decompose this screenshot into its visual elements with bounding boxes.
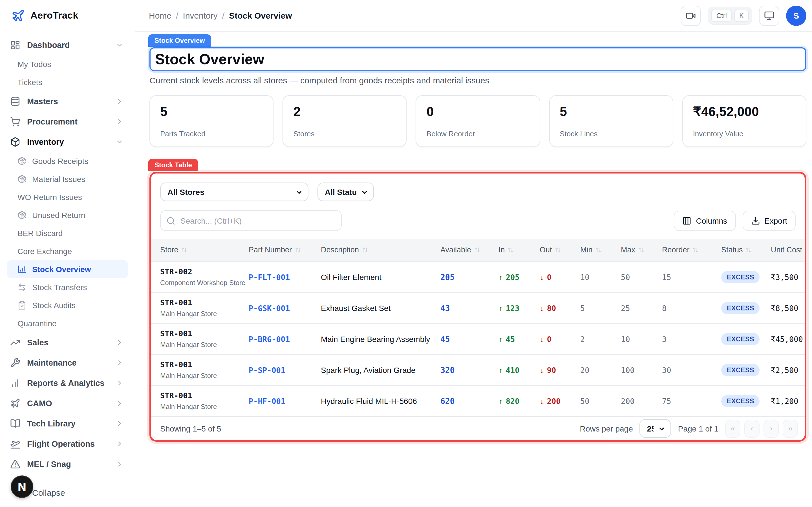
table-row: STR-001Main Hangar Store P-GSK-001 Exhau… <box>151 292 805 323</box>
unit-cost: ₹1,200 <box>771 397 799 406</box>
chevron-right-icon <box>116 379 123 387</box>
column-header-min[interactable]: Min <box>580 239 621 262</box>
sidebar-item-label: Tickets <box>17 78 123 87</box>
sort-icon <box>638 247 644 253</box>
screen-record-button[interactable] <box>681 5 701 25</box>
sidebar-item-label: Flight Operations <box>27 439 109 448</box>
status-filter-select[interactable]: All Statuses <box>317 182 374 201</box>
search-icon <box>166 216 175 225</box>
sidebar-item-sales[interactable]: Sales <box>7 332 128 353</box>
column-header-available[interactable]: Available <box>441 239 499 262</box>
column-header-out[interactable]: Out <box>540 239 580 262</box>
sidebar-item-camo[interactable]: CAMO <box>7 393 128 413</box>
sidebar-item-label: CAMO <box>27 399 109 408</box>
stat-label: Stock Lines <box>560 129 662 138</box>
column-header-store[interactable]: Store <box>151 239 249 262</box>
stat-value: 5 <box>560 104 662 119</box>
part-number-link[interactable]: P-BRG-001 <box>249 334 290 343</box>
display-mode-button[interactable] <box>759 5 779 25</box>
max-qty: 50 <box>621 272 630 281</box>
stock-table: Store Part Number Description Available … <box>151 239 805 416</box>
sidebar-item-unused-return[interactable]: Unused Return <box>7 206 128 224</box>
export-button[interactable]: Export <box>742 210 796 231</box>
sidebar-item-wo-return-issues[interactable]: WO Return Issues <box>7 188 128 206</box>
sidebar-item-stock-transfers[interactable]: Stock Transfers <box>7 278 128 296</box>
store-code: STR-001 <box>160 391 244 400</box>
breadcrumb-current: Stock Overview <box>229 11 292 20</box>
column-header-unit-cost[interactable]: Unit Cost <box>771 239 805 262</box>
column-header-reorder[interactable]: Reorder <box>662 239 721 262</box>
store-filter-select[interactable]: All Stores <box>160 182 308 201</box>
rows-per-page: 25 <box>640 419 671 438</box>
column-header-description[interactable]: Description <box>321 239 441 262</box>
command-palette-shortcut[interactable]: Ctrl K <box>708 6 752 24</box>
sidebar-item-stock-overview[interactable]: Stock Overview <box>7 260 128 278</box>
sort-icon <box>508 247 514 253</box>
next-page-button[interactable]: › <box>763 419 779 438</box>
part-number-link[interactable]: P-SP-001 <box>249 365 285 374</box>
stat-value: ₹46,52,000 <box>693 104 796 119</box>
database-icon <box>10 96 20 107</box>
sidebar-item-goods-receipts[interactable]: Goods Receipts <box>7 152 128 170</box>
chevron-right-icon <box>116 118 123 126</box>
stat-card-inventory-value: ₹46,52,000 Inventory Value <box>682 95 806 147</box>
rows-per-page-label: Rows per page <box>580 424 633 433</box>
sidebar-item-label: Sales <box>27 338 109 347</box>
sidebar-item-label: Core Exchange <box>17 247 123 256</box>
sidebar-item-tickets[interactable]: Tickets <box>7 73 128 91</box>
sidebar-item-label: Material Issues <box>32 175 123 184</box>
sidebar-item-tech-library[interactable]: Tech Library <box>7 413 128 434</box>
search-input[interactable] <box>160 210 342 231</box>
breadcrumb-inventory[interactable]: Inventory <box>183 11 217 20</box>
package-x-icon <box>17 211 27 220</box>
part-number-link[interactable]: P-HF-001 <box>249 397 285 406</box>
sidebar-item-my-todos[interactable]: My Todos <box>7 55 128 73</box>
nextjs-dev-badge[interactable]: N <box>11 475 33 498</box>
store-name: Main Hangar Store <box>160 372 244 380</box>
sidebar-item-stock-audits[interactable]: Stock Audits <box>7 296 128 314</box>
unit-cost: ₹8,500 <box>771 303 799 313</box>
sidebar-item-quarantine[interactable]: Quarantine <box>7 314 128 332</box>
sort-icon <box>746 247 752 253</box>
sidebar-item-label: Inventory <box>27 137 109 147</box>
first-page-button[interactable]: « <box>725 419 741 438</box>
download-icon <box>751 216 760 225</box>
sidebar-item-inventory[interactable]: Inventory <box>7 132 128 152</box>
breadcrumb-home[interactable]: Home <box>149 11 171 20</box>
column-header-status[interactable]: Status <box>721 239 771 262</box>
sidebar-item-ber-discard[interactable]: BER Discard <box>7 224 128 242</box>
stat-value: 0 <box>426 104 529 119</box>
status-badge: EXCESS <box>721 271 760 283</box>
min-qty: 20 <box>580 365 590 374</box>
table-footer: Showing 1–5 of 5 Rows per page 25 Page 1… <box>151 416 805 440</box>
part-number-link[interactable]: P-GSK-001 <box>249 303 290 313</box>
column-header-part-number[interactable]: Part Number <box>249 239 321 262</box>
column-header-in[interactable]: In <box>499 239 540 262</box>
sidebar-item-reports-analytics[interactable]: Reports & Analytics <box>7 373 128 393</box>
sidebar-item-dashboard[interactable]: Dashboard <box>7 35 128 55</box>
part-number-link[interactable]: P-FLT-001 <box>249 272 290 281</box>
available-qty: 43 <box>441 303 450 313</box>
in-qty: 205 <box>506 272 520 281</box>
down-arrow-icon: ↓ <box>540 397 544 406</box>
sidebar-item-maintenance[interactable]: Maintenance <box>7 353 128 373</box>
column-header-max[interactable]: Max <box>621 239 662 262</box>
sidebar-item-masters[interactable]: Masters <box>7 91 128 112</box>
app: AeroTrack Dashboard My Todos Tickets Mas… <box>0 0 812 507</box>
columns-button[interactable]: Columns <box>674 210 736 231</box>
prev-page-button[interactable]: ‹ <box>744 419 760 438</box>
sidebar-item-core-exchange[interactable]: Core Exchange <box>7 242 128 260</box>
sidebar-item-mel-snag[interactable]: MEL / Snag <box>7 454 128 474</box>
sidebar-item-flight-operations[interactable]: Flight Operations <box>7 434 128 454</box>
rows-per-page-select[interactable]: 25 <box>640 419 671 438</box>
last-page-button[interactable]: » <box>783 419 798 438</box>
chevron-right-icon <box>116 359 123 367</box>
sidebar-item-procurement[interactable]: Procurement <box>7 112 128 132</box>
chevron-right-icon <box>116 440 123 448</box>
ctrl-key: Ctrl <box>711 9 732 22</box>
user-avatar[interactable]: S <box>786 5 806 25</box>
main-area: Home / Inventory / Stock Overview Ctrl K… <box>135 0 812 507</box>
store-name: Component Workshop Store <box>160 279 244 287</box>
stat-card-parts-tracked: 5 Parts Tracked <box>149 95 273 147</box>
sidebar-item-material-issues[interactable]: Material Issues <box>7 170 128 188</box>
